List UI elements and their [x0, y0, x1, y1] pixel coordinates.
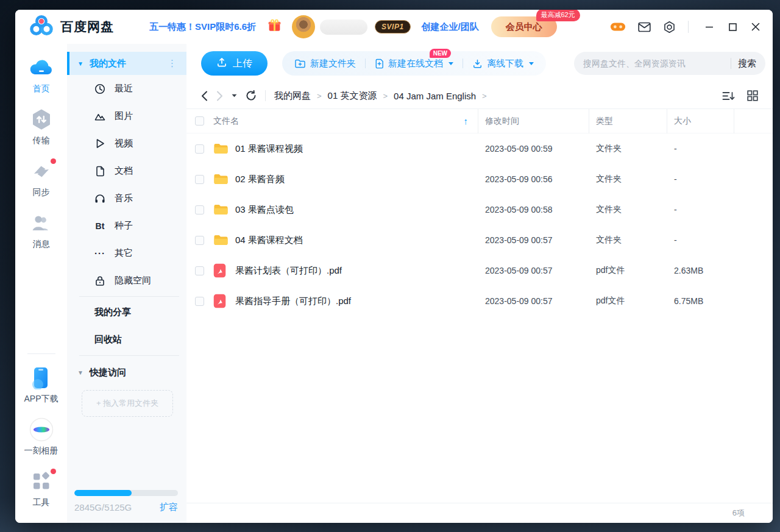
sidebar-item-others[interactable]: ··· 其它: [67, 239, 186, 267]
file-table-header: 文件名 ↑ 修改时间 类型 大小: [186, 109, 773, 133]
row-checkbox[interactable]: [195, 205, 204, 215]
new-folder-button[interactable]: 新建文件夹: [294, 58, 356, 69]
table-row[interactable]: 03 果酱点读包 2023-05-09 00:58 文件夹 -: [186, 194, 773, 225]
pin-folder-dropzone[interactable]: + 拖入常用文件夹: [82, 390, 173, 417]
search-button[interactable]: 搜索: [738, 58, 756, 69]
file-size: -: [667, 144, 734, 154]
vip-center-label: 会员中心: [506, 21, 542, 32]
sort-ascending-icon[interactable]: ↑: [464, 116, 469, 126]
nav-app-download[interactable]: APP下载: [24, 366, 58, 405]
app-title: 百度网盘: [60, 18, 114, 35]
sidebar-item-pictures[interactable]: 图片: [67, 102, 186, 130]
file-name[interactable]: 果酱计划表（可打印）.pdf: [229, 265, 478, 277]
kebab-menu-icon[interactable]: ⋮: [168, 58, 177, 69]
new-online-doc-button[interactable]: 新建在线文档 NEW: [375, 58, 453, 69]
vip-center-button[interactable]: 会员中心 最高减62元: [491, 16, 557, 37]
file-name[interactable]: 03 果酱点读包: [229, 204, 478, 216]
svip-promo-link[interactable]: 五一特惠！SVIP限时6.6折: [149, 21, 256, 33]
history-dropdown-icon[interactable]: [232, 94, 237, 98]
breadcrumb-divider: [265, 90, 266, 101]
select-all-checkbox[interactable]: [195, 116, 204, 126]
photo-album-lens-icon: [29, 418, 54, 441]
breadcrumb: 我的网盘 > 01 英文资源 > 04 Jam Jam English >: [274, 90, 487, 102]
sidebar-item-my-files[interactable]: ▼ 我的文件 ⋮: [67, 52, 186, 75]
row-checkbox[interactable]: [195, 266, 204, 275]
tools-notification-dot: [51, 469, 56, 474]
refresh-icon[interactable]: [246, 90, 257, 101]
nav-sync[interactable]: 同步: [29, 160, 54, 198]
row-checkbox[interactable]: [195, 144, 204, 154]
file-name[interactable]: 02 果酱音频: [229, 174, 478, 185]
svip-level-badge[interactable]: SVIP1: [375, 20, 411, 34]
column-header-modified[interactable]: 修改时间: [478, 109, 589, 133]
table-row[interactable]: 01 果酱课程视频 2023-05-09 00:59 文件夹 -: [186, 133, 773, 164]
picture-icon: [94, 112, 105, 121]
sidebar-item-torrents[interactable]: Bt 种子: [67, 212, 186, 239]
tools-grid-icon: [29, 470, 54, 493]
sidebar-item-recycle-bin[interactable]: 回收站: [67, 326, 186, 353]
sidebar-item-recent[interactable]: 最近: [67, 75, 186, 102]
grid-view-icon[interactable]: [747, 90, 758, 101]
file-modified: 2023-05-09 00:57: [478, 296, 589, 306]
upload-icon: [216, 57, 227, 70]
breadcrumb-item-current[interactable]: 04 Jam Jam English: [394, 91, 476, 101]
nav-photos[interactable]: 一刻相册: [24, 418, 58, 456]
column-header-size[interactable]: 大小: [667, 109, 734, 133]
table-row[interactable]: 02 果酱音频 2023-05-09 00:56 文件夹 -: [186, 164, 773, 194]
forward-button[interactable]: [216, 91, 223, 101]
game-center-icon[interactable]: [610, 20, 626, 34]
sidebar-item-my-shares[interactable]: 我的分享: [67, 299, 186, 326]
sync-icon: [29, 160, 54, 183]
sidebar-item-label: 文档: [115, 165, 133, 177]
minimize-button[interactable]: [702, 20, 717, 34]
rail-divider: [27, 353, 55, 354]
nav-sync-label: 同步: [33, 187, 50, 198]
sidebar-item-documents[interactable]: 文档: [67, 157, 186, 185]
create-team-link[interactable]: 创建企业/团队: [422, 21, 479, 33]
table-row[interactable]: 04 果酱课程文档 2023-05-09 00:57 文件夹 -: [186, 225, 773, 255]
table-row[interactable]: 果酱指导手册（可打印）.pdf 2023-05-09 00:57 pdf文件 6…: [186, 286, 773, 316]
lock-icon: [94, 275, 105, 286]
search-box[interactable]: 搜索: [574, 52, 765, 75]
file-name[interactable]: 04 果酱课程文档: [229, 235, 478, 246]
column-header-name[interactable]: 文件名: [213, 116, 239, 127]
nav-transfer[interactable]: 传输: [29, 108, 54, 146]
username-blurred[interactable]: [320, 20, 367, 35]
sidebar-item-label: 隐藏空间: [115, 275, 151, 286]
row-checkbox[interactable]: [195, 236, 204, 245]
sidebar-item-music[interactable]: 音乐: [67, 185, 186, 212]
back-button[interactable]: [201, 91, 208, 101]
sort-order-icon[interactable]: [722, 91, 735, 101]
nav-messages[interactable]: 消息: [29, 211, 54, 250]
vip-discount-badge: 最高减62元: [536, 10, 580, 21]
settings-gear-icon[interactable]: [663, 21, 676, 34]
gift-icon[interactable]: [267, 18, 282, 36]
offline-download-button[interactable]: 离线下载: [472, 58, 534, 69]
upload-button[interactable]: 上传: [201, 51, 268, 76]
nav-tools[interactable]: 工具: [29, 470, 54, 508]
row-checkbox[interactable]: [195, 297, 204, 306]
file-name[interactable]: 01 果酱课程视频: [229, 143, 478, 155]
folder-icon: [213, 234, 229, 246]
sidebar-item-quick-access[interactable]: ▼ 快捷访问: [67, 358, 186, 387]
breadcrumb-item-root[interactable]: 我的网盘: [274, 90, 311, 102]
avatar[interactable]: [292, 15, 315, 38]
sidebar-item-videos[interactable]: 视频: [67, 130, 186, 157]
column-header-type[interactable]: 类型: [589, 109, 667, 133]
breadcrumb-bar: 我的网盘 > 01 英文资源 > 04 Jam Jam English >: [186, 83, 773, 109]
sidebar-item-label: 其它: [115, 247, 133, 259]
titlebar-divider: [688, 21, 689, 33]
bt-icon: Bt: [94, 221, 105, 231]
nav-home[interactable]: 首页: [29, 56, 54, 94]
search-input[interactable]: [583, 59, 724, 68]
maximize-button[interactable]: [725, 20, 740, 34]
breadcrumb-item[interactable]: 01 英文资源: [328, 90, 377, 102]
row-checkbox[interactable]: [195, 175, 204, 184]
expand-storage-link[interactable]: 扩容: [160, 502, 178, 513]
secondary-actions-group: 新建文件夹 新建在线文档 NEW 离线下载: [282, 51, 546, 76]
file-name[interactable]: 果酱指导手册（可打印）.pdf: [229, 296, 478, 307]
mail-icon[interactable]: [638, 22, 651, 32]
close-button[interactable]: [748, 20, 763, 34]
sidebar-item-hidden-space[interactable]: 隐藏空间: [67, 267, 186, 294]
table-row[interactable]: 果酱计划表（可打印）.pdf 2023-05-09 00:57 pdf文件 2.…: [186, 255, 773, 286]
